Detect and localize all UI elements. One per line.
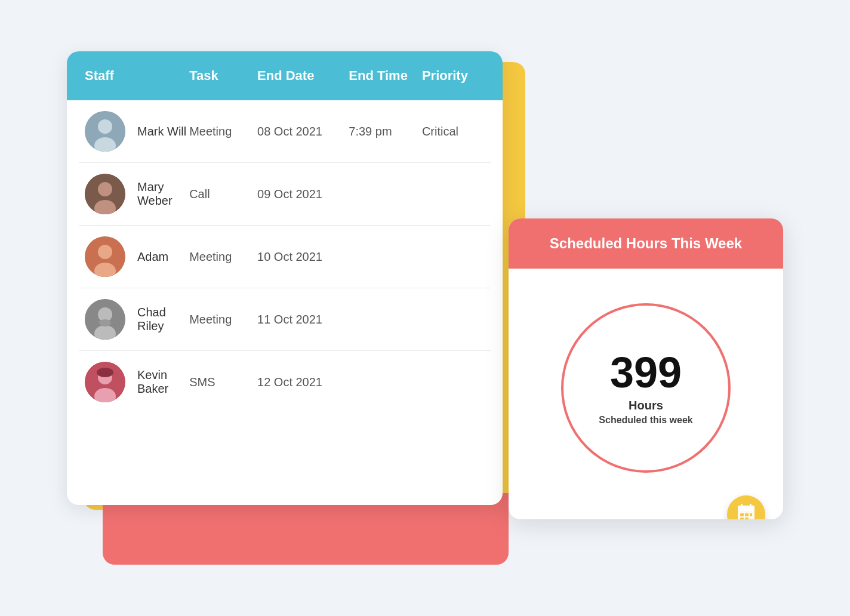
svg-rect-21	[750, 504, 752, 508]
svg-rect-26	[745, 518, 749, 520]
task-chad-riley: Meeting	[189, 313, 257, 327]
table-row[interactable]: Mark Will Meeting 08 Oct 2021 7:39 pm Cr…	[79, 100, 491, 163]
table-header: Staff Task End Date End Time Priority	[67, 51, 503, 100]
svg-point-4	[98, 182, 112, 196]
date-chad-riley: 11 Oct 2021	[257, 313, 349, 327]
table-row[interactable]: Kevin Baker SMS 12 Oct 2021	[79, 351, 491, 413]
staff-name-adam: Adam	[137, 250, 168, 264]
hours-card-body: 399 Hours Scheduled this week	[509, 269, 783, 519]
svg-rect-22	[740, 513, 744, 516]
staff-name-chad-riley: Chad Riley	[137, 306, 189, 333]
priority-mark-will: Critical	[422, 125, 485, 138]
hours-card-header: Scheduled Hours This Week	[509, 218, 783, 269]
avatar-mark-will	[85, 111, 125, 152]
staff-cell-kevin-baker: Kevin Baker	[85, 362, 189, 402]
hours-sublabel: Scheduled this week	[599, 415, 692, 426]
staff-name-mark-will: Mark Will	[137, 125, 186, 138]
avatar-mary-weber	[85, 174, 125, 214]
svg-rect-24	[750, 513, 752, 516]
calendar-badge[interactable]	[727, 495, 765, 519]
avatar-adam	[85, 236, 125, 277]
svg-point-16	[97, 368, 113, 377]
column-header-task: Task	[189, 68, 257, 84]
staff-cell-chad-riley: Chad Riley	[85, 299, 189, 340]
staff-name-kevin-baker: Kevin Baker	[137, 368, 189, 396]
date-mark-will: 08 Oct 2021	[257, 125, 349, 138]
hours-card-title: Scheduled Hours This Week	[550, 235, 742, 251]
date-adam: 10 Oct 2021	[257, 250, 349, 264]
date-mary-weber: 09 Oct 2021	[257, 187, 349, 201]
avatar-kevin-baker	[85, 362, 125, 402]
table-row[interactable]: Chad Riley Meeting 11 Oct 2021	[79, 288, 491, 351]
hours-circle-container: 399 Hours Scheduled this week	[550, 292, 741, 483]
staff-cell-mary-weber: Mary Weber	[85, 174, 189, 214]
staff-cell-mark-will: Mark Will	[85, 111, 189, 152]
svg-point-12	[99, 319, 111, 327]
hours-number: 399	[599, 351, 692, 394]
task-adam: Meeting	[189, 250, 257, 264]
svg-rect-20	[741, 504, 743, 508]
task-mark-will: Meeting	[189, 125, 257, 138]
column-header-priority: Priority	[422, 68, 485, 84]
table-body: Mark Will Meeting 08 Oct 2021 7:39 pm Cr…	[67, 100, 503, 413]
svg-rect-23	[745, 513, 749, 516]
date-kevin-baker: 12 Oct 2021	[257, 375, 349, 389]
column-header-endtime: End Time	[349, 68, 422, 84]
staff-table-card: Staff Task End Date End Time Priority	[67, 51, 503, 505]
scheduled-hours-card: Scheduled Hours This Week 399 Hours Sche…	[509, 218, 783, 519]
task-mary-weber: Call	[189, 187, 257, 201]
svg-rect-19	[738, 506, 754, 511]
table-row[interactable]: Adam Meeting 10 Oct 2021	[79, 226, 491, 288]
column-header-enddate: End Date	[257, 68, 349, 84]
table-row[interactable]: Mary Weber Call 09 Oct 2021	[79, 163, 491, 226]
calendar-icon	[737, 503, 756, 520]
svg-point-7	[98, 245, 112, 259]
staff-cell-adam: Adam	[85, 236, 189, 277]
svg-rect-25	[740, 518, 744, 520]
task-kevin-baker: SMS	[189, 375, 257, 389]
time-mark-will: 7:39 pm	[349, 125, 422, 138]
circle-content: 399 Hours Scheduled this week	[599, 351, 692, 426]
column-header-staff: Staff	[85, 68, 189, 84]
avatar-chad-riley	[85, 299, 125, 340]
svg-point-1	[98, 119, 112, 134]
hours-label: Hours	[599, 399, 692, 412]
staff-name-mary-weber: Mary Weber	[137, 180, 189, 208]
